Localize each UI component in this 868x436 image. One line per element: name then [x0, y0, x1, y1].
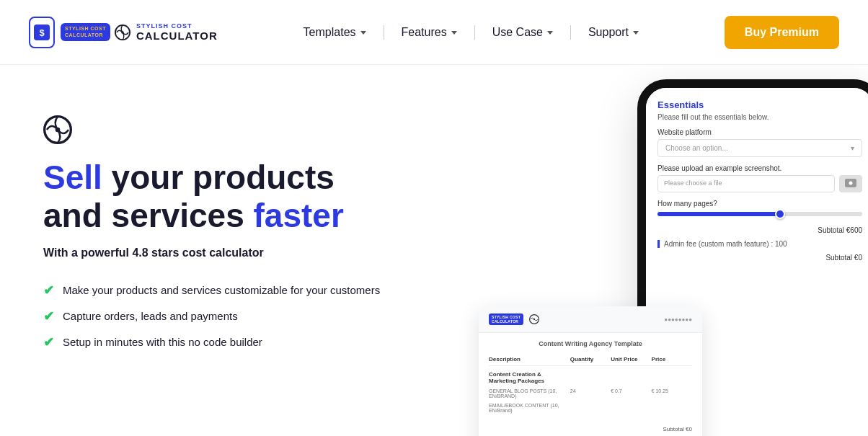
- nav-separator-2: [474, 25, 475, 40]
- nav-separator-1: [384, 25, 384, 40]
- feature-item-3: ✔ Setup in minutes with this no code bui…: [43, 334, 447, 350]
- buy-premium-button[interactable]: Buy Premium: [725, 16, 839, 49]
- card-date: ●●●●●●●●: [664, 316, 692, 323]
- main-nav: Templates Features Use Case Support: [301, 20, 642, 45]
- card-header: STYLISH COSTCALCULATOR ●●●●●●●●: [479, 306, 702, 333]
- phone-slider-thumb: [775, 209, 785, 219]
- phone-subtotal-1: Subtotal €600: [657, 226, 862, 234]
- phone-select[interactable]: Choose an option... ▾: [657, 139, 862, 157]
- phone-admin-fee: Admin fee (custom math feature) : 100: [657, 240, 862, 248]
- card-template-label: Content Writing Agency Template: [489, 340, 692, 347]
- logo-icon: $: [29, 17, 55, 48]
- card-mockup: STYLISH COSTCALCULATOR ●●●●●●●● Content …: [479, 306, 702, 436]
- select-chevron: ▾: [851, 144, 854, 152]
- logo-calculator-text: CALCULATOR: [136, 30, 218, 42]
- app-icon: $: [34, 25, 50, 40]
- nav-features[interactable]: Features: [399, 20, 460, 45]
- nav-support[interactable]: Support: [585, 20, 642, 45]
- card-subtotal-area: Subtotal €0: [489, 421, 692, 434]
- card-subtotal-text: Subtotal €0: [663, 426, 692, 432]
- feature-item-2: ✔ Capture orders, leads and payments: [43, 308, 447, 324]
- phone-section-title: Essentials: [657, 99, 862, 110]
- table-row-2: GENERAL BLOG POSTS (10, EN/BRAND) 24 € 0…: [489, 386, 692, 401]
- checkmark-icon-3: ✔: [43, 334, 54, 350]
- card-logo: STYLISH COSTCALCULATOR: [489, 313, 523, 325]
- logo-text: STYLISH COST CALCULATOR: [136, 22, 218, 42]
- logo-text-group: STYLISH COST CALCULATOR: [61, 23, 130, 41]
- hero-right: Essentials Please fill out the essential…: [479, 79, 868, 436]
- svg-point-7: [849, 182, 853, 185]
- chevron-down-icon: [451, 31, 457, 35]
- phone-upload-label: Please upload an example screenshot.: [657, 164, 862, 172]
- nav-separator-3: [570, 25, 571, 40]
- nav-templates[interactable]: Templates: [301, 20, 369, 45]
- feature-item-1: ✔ Make your products and services custom…: [43, 282, 447, 298]
- phone-pages-label: How many pages?: [657, 200, 862, 208]
- svg-text:$: $: [39, 27, 44, 37]
- phone-subtotal-2: Subtotal €0: [657, 254, 862, 262]
- chevron-down-icon: [360, 31, 366, 35]
- hero-section: Sell your products and services faster W…: [0, 65, 868, 436]
- checkmark-icon-1: ✔: [43, 282, 54, 298]
- phone-upload-input[interactable]: Please choose a file: [657, 175, 835, 192]
- phone-slider-track: [657, 212, 862, 216]
- logo-area: $ STYLISH COST CALCULATOR STYLISH COST: [29, 17, 218, 48]
- phone-upload-row: Please choose a file: [657, 175, 862, 192]
- hero-left: Sell your products and services faster W…: [43, 101, 447, 350]
- nav-use-case[interactable]: Use Case: [490, 20, 556, 45]
- wordpress-icon: [43, 115, 447, 147]
- phone-upload-button[interactable]: [839, 175, 862, 192]
- checkmark-icon-2: ✔: [43, 308, 54, 324]
- phone-platform-label: Website platform: [657, 128, 862, 136]
- wordpress-small-icon: [529, 314, 539, 324]
- phone-slider-fill: [657, 212, 780, 216]
- table-row-1: Content Creation & Marketing Packages: [489, 369, 692, 386]
- card-table-header: Description Quantity Unit Price Price: [489, 353, 692, 366]
- hero-title: Sell your products and services faster: [43, 159, 447, 235]
- chevron-down-icon: [547, 31, 553, 35]
- table-row-3: EMAIL/EBOOK CONTENT (10, EN/Brand): [489, 401, 692, 415]
- card-content: Content Writing Agency Template Descript…: [479, 333, 702, 436]
- logo-badge: STYLISH COST CALCULATOR: [61, 23, 110, 41]
- wordpress-logo-header: [115, 25, 130, 40]
- chevron-down-icon: [633, 31, 639, 35]
- hero-subtitle: With a powerful 4.8 stars cost calculato…: [43, 246, 447, 259]
- phone-section-sub: Please fill out the essentials below.: [657, 113, 862, 121]
- hero-features-list: ✔ Make your products and services custom…: [43, 282, 447, 350]
- header: $ STYLISH COST CALCULATOR STYLISH COST: [0, 0, 868, 65]
